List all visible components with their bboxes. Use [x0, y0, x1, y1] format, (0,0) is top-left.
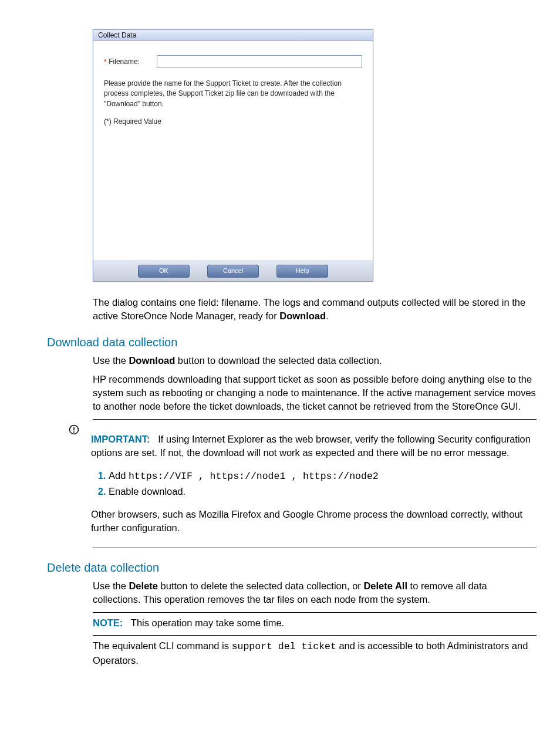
important-after: Other browsers, such as Mozilla Firefox …	[91, 508, 537, 535]
filename-label: Filename:	[109, 58, 157, 66]
note-line: NOTE: This operation may take some time.	[93, 616, 537, 630]
important-label: IMPORTANT:	[91, 434, 150, 444]
important-block: IMPORTANT: If using Internet Explorer as…	[69, 423, 537, 545]
important-step-1: Add https://VIF , https://node1 , https:…	[109, 469, 537, 484]
heading-download: Download data collection	[47, 336, 537, 349]
filename-input[interactable]	[157, 55, 362, 68]
delete-p2: The equivalent CLI command is support de…	[93, 639, 537, 667]
dialog-help-text: Please provide the name for the Support …	[104, 79, 362, 109]
delete-p1: Use the Delete button to delete the sele…	[93, 579, 537, 606]
cancel-button[interactable]: Cancel	[207, 265, 259, 278]
dialog-footer: OK Cancel Help	[93, 261, 373, 281]
download-p2: HP recommends downloading that support t…	[93, 373, 537, 413]
required-note: (*) Required Value	[104, 117, 362, 126]
heading-delete: Delete data collection	[47, 561, 537, 575]
svg-point-2	[73, 431, 75, 433]
paragraph-after-dialog: The dialog contains one field: filename.…	[93, 296, 537, 323]
dialog-body: * Filename: Please provide the name for …	[93, 41, 373, 261]
important-step-2: Enable download.	[109, 485, 537, 498]
required-star: *	[104, 58, 106, 65]
help-button[interactable]: Help	[276, 265, 328, 278]
download-p1: Use the Download button to download the …	[93, 354, 537, 367]
important-icon	[69, 423, 80, 545]
ok-button[interactable]: OK	[138, 265, 190, 278]
important-text: If using Internet Explorer as the web br…	[91, 434, 531, 458]
collect-data-dialog: Collect Data * Filename: Please provide …	[93, 29, 373, 282]
dialog-title: Collect Data	[93, 30, 373, 41]
